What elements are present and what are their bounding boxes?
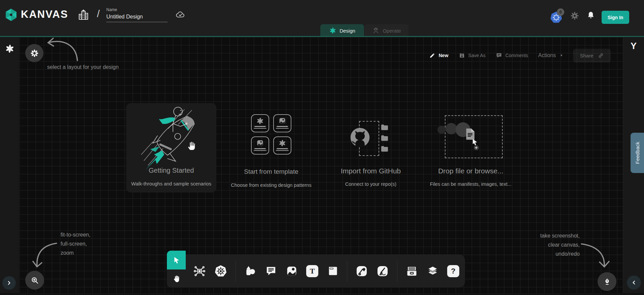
expand-left-panel-button[interactable] [2, 276, 16, 290]
pencil-tool-button[interactable] [376, 265, 389, 278]
cursor-arrow-icon [172, 256, 181, 265]
bell-icon[interactable] [586, 11, 596, 20]
y-handle-icon[interactable]: Y [631, 41, 637, 51]
kanvas-app: KANVAS / Name Untitled Design 0 Sign In … [0, 0, 644, 295]
template-tile-pinwheel [273, 136, 291, 155]
zoom-controls-button[interactable] [25, 271, 44, 290]
kanvas-logo-icon [4, 8, 18, 22]
template-tile-image [273, 114, 291, 132]
drop-dot [445, 123, 457, 134]
pointer-tool-column [167, 251, 186, 288]
design-name-input[interactable]: Untitled Design [106, 14, 168, 22]
pencil-icon [429, 52, 436, 59]
share-button[interactable]: Share [573, 49, 611, 62]
bottom-toolbar: T ? [186, 254, 465, 288]
plus-badge [474, 145, 479, 150]
operate-tab-icon [372, 27, 380, 34]
floppy-icon [459, 52, 465, 59]
toolbar-divider [397, 261, 397, 282]
comment-icon [496, 52, 502, 59]
note-tool-button[interactable] [326, 265, 339, 277]
canvas-tools-button[interactable] [598, 272, 616, 291]
hand-icon [172, 274, 181, 283]
canvas-action-bar: New Save As Comments Actions ▼ Share [429, 48, 611, 62]
zoom-hint-text: fit-to-screen, full-screen, zoom [61, 230, 91, 257]
actions-dropdown[interactable]: Actions ▼ [538, 52, 563, 58]
template-subtitle: Choose from existing design patterns [231, 182, 311, 188]
toolbar-divider [347, 261, 347, 282]
toolbar-divider [236, 261, 236, 282]
screenshot-hint-line: take screenshot, [540, 231, 580, 240]
getting-started-title: Getting Started [149, 167, 194, 174]
feedback-label: Feedback [635, 142, 640, 164]
cloud-sync-icon [174, 10, 186, 20]
gear-icon[interactable] [570, 11, 579, 20]
breadcrumb-separator: / [97, 8, 100, 19]
drop-title[interactable]: Drop file or browse... [438, 167, 503, 175]
folder-icon [380, 123, 390, 132]
drop-subtitle: Files can be manifests, images, text... [430, 181, 512, 187]
image-tool-button[interactable] [285, 265, 298, 278]
screenshot-hint-arrow [577, 239, 611, 270]
github-octocat-icon[interactable] [349, 126, 371, 149]
folder-icon [380, 144, 390, 153]
github-subtitle: Connect to your repo(s) [345, 181, 396, 187]
caret-down-icon: ▼ [560, 54, 563, 57]
feedback-tab[interactable]: Feedback [631, 133, 644, 173]
pan-tool-button[interactable] [167, 269, 186, 288]
rocket-illustration [138, 104, 210, 171]
template-title: Start from template [244, 168, 298, 175]
screenshot-hint-text: take screenshot, clear canvas, undo/redo [540, 231, 580, 258]
node-tool-button[interactable] [193, 265, 206, 278]
kubernetes-tool-button[interactable] [214, 264, 227, 278]
new-button[interactable]: New [429, 52, 449, 59]
shapes-tool-button[interactable] [244, 265, 257, 278]
bottom-strip [0, 293, 644, 295]
template-tile-pinwheel [251, 114, 269, 132]
text-tool-glyph: T [310, 267, 315, 276]
kubernetes-credits-button[interactable]: 0 [549, 11, 563, 24]
drop-dot [437, 126, 445, 134]
left-rail-spinner-icon[interactable] [5, 44, 15, 54]
layers-tool-button[interactable] [426, 265, 439, 278]
layout-hint-text: select a layout for your design [47, 62, 119, 72]
kanvas-logo-text: KANVAS [21, 8, 68, 20]
organization-icon[interactable] [77, 9, 90, 21]
comments-label: Comments [505, 53, 528, 58]
github-title[interactable]: Import from GitHub [341, 167, 401, 175]
screenshot-hint-line: clear canvas, [540, 240, 580, 249]
collapse-right-panel-button[interactable] [627, 276, 641, 290]
save-as-label: Save As [468, 53, 486, 58]
hand-cursor-icon [186, 140, 198, 152]
pen-tool-button[interactable] [355, 265, 368, 278]
comments-button[interactable]: Comments [496, 52, 528, 59]
template-tile-image [251, 136, 269, 155]
sign-in-button[interactable]: Sign In [602, 11, 629, 24]
save-as-button[interactable]: Save As [459, 52, 486, 59]
select-tool-button[interactable] [167, 251, 186, 269]
archive-tool-button[interactable] [405, 265, 418, 278]
screenshot-hint-line: undo/redo [540, 249, 580, 258]
zoom-hint-line: fit-to-screen, [61, 230, 91, 239]
design-tab-icon [329, 27, 336, 34]
text-tool-button[interactable]: T [306, 265, 318, 277]
share-label: Share [580, 53, 593, 58]
operate-tab-label: Operate [383, 28, 401, 34]
left-rail [0, 37, 20, 295]
link-icon [598, 52, 604, 59]
layout-selector-button[interactable] [25, 44, 43, 62]
tab-operate[interactable]: Operate [365, 24, 408, 37]
help-glyph: ? [451, 267, 455, 276]
zoom-in-icon [30, 276, 39, 285]
comment-tool-button[interactable] [265, 265, 277, 277]
folder-icon [380, 134, 390, 142]
getting-started-subtitle: Walk-throughs and sample scenarios [131, 181, 211, 186]
name-label: Name [106, 7, 168, 12]
zoom-hint-arrow [31, 239, 62, 270]
design-tab-label: Design [339, 28, 355, 34]
template-card[interactable] [251, 114, 291, 155]
tab-design[interactable]: Design [320, 24, 364, 37]
zoom-hint-line: full-screen, [61, 239, 91, 248]
help-tool-button[interactable]: ? [447, 265, 459, 277]
layout-flower-icon [30, 49, 39, 58]
